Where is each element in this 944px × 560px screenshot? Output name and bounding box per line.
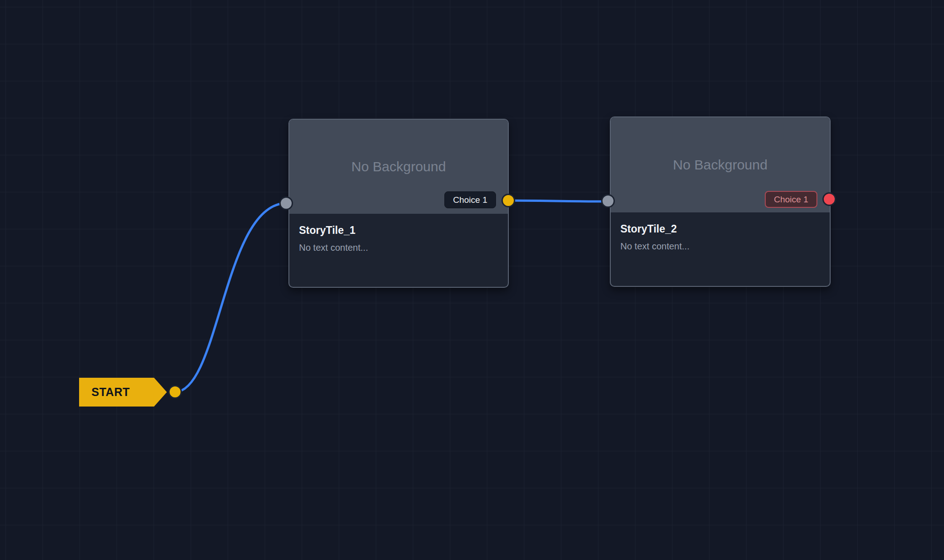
node-title: StoryTile_1	[299, 224, 498, 237]
choice-button-label: Choice 1	[453, 195, 487, 205]
node-editor-canvas[interactable]: START No Background Choice 1 StoryTile_1…	[0, 0, 944, 560]
node-body: StoryTile_1 No text content...	[289, 214, 508, 264]
storytile1-input-port[interactable]	[279, 196, 293, 210]
start-node[interactable]: START	[79, 378, 167, 407]
choice-button[interactable]: Choice 1	[444, 191, 496, 208]
connection-storytile1-to-storytile2[interactable]	[508, 201, 608, 201]
node-image-area: No Background Choice 1	[289, 120, 508, 214]
storytile2-input-port[interactable]	[601, 194, 615, 208]
node-title: StoryTile_2	[620, 223, 820, 235]
image-placeholder-text: No Background	[673, 157, 768, 173]
node-image-area: No Background Choice 1	[611, 117, 830, 212]
story-node-storytile1[interactable]: No Background Choice 1 StoryTile_1 No te…	[288, 119, 509, 288]
node-content-placeholder: No text content...	[299, 243, 498, 253]
image-placeholder-text: No Background	[352, 159, 446, 174]
storytile1-choice1-output-port[interactable]	[501, 194, 515, 207]
choice-button-label: Choice 1	[774, 195, 808, 205]
connection-start-to-storytile1[interactable]	[175, 203, 286, 392]
node-content-placeholder: No text content...	[620, 241, 820, 252]
start-output-port[interactable]	[168, 385, 182, 399]
start-node-label: START	[91, 386, 130, 399]
node-body: StoryTile_2 No text content...	[611, 212, 830, 262]
storytile2-choice1-output-port[interactable]	[822, 192, 836, 206]
story-node-storytile2[interactable]: No Background Choice 1 StoryTile_2 No te…	[610, 116, 831, 287]
choice-button[interactable]: Choice 1	[765, 191, 817, 208]
